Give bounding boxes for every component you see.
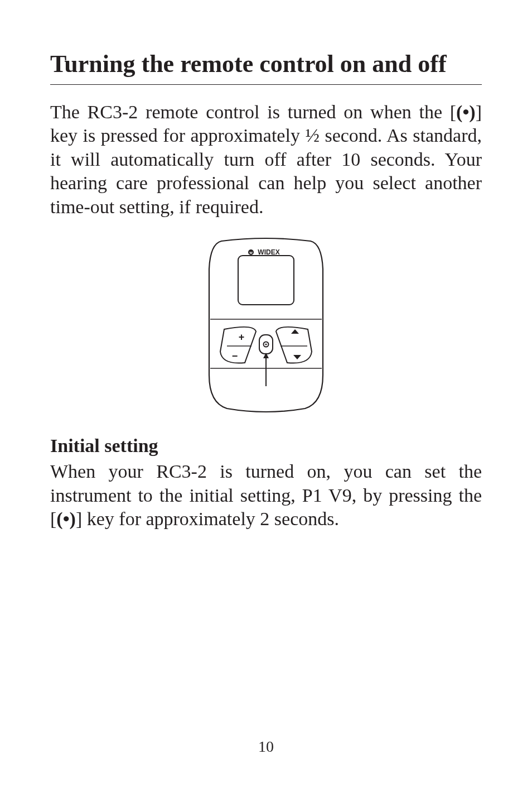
initial-setting-paragraph: When your RC3-2 is turned on, you can se…	[50, 460, 482, 531]
remote-svg: W WIDEX + −	[194, 236, 338, 414]
volume-plus-icon: +	[239, 331, 245, 343]
svg-rect-0	[238, 256, 294, 305]
para2-text-b: ] key for approximately 2 seconds.	[76, 508, 339, 529]
center-key-symbol-2: (•)	[56, 508, 76, 529]
brand-text: WIDEX	[258, 248, 279, 256]
program-up-icon	[291, 329, 299, 334]
callout-arrow-icon	[263, 353, 269, 386]
page-number: 10	[0, 738, 532, 756]
program-down-icon	[293, 355, 301, 359]
remote-illustration: W WIDEX + −	[50, 236, 482, 416]
svg-point-8	[265, 343, 267, 345]
volume-minus-icon: −	[232, 350, 238, 362]
para1-text-a: The RC3-2 remote control is turned on wh…	[50, 102, 456, 122]
brand-logo: W WIDEX	[248, 248, 280, 256]
volume-rocker[interactable]: + −	[220, 327, 256, 363]
center-key-symbol: (•)	[456, 102, 476, 122]
program-rocker[interactable]	[276, 327, 312, 363]
page-title: Turning the remote control on and off	[50, 50, 482, 79]
subheading-initial-setting: Initial setting	[50, 435, 482, 457]
title-rule	[50, 84, 482, 85]
svg-text:W: W	[249, 251, 253, 254]
center-key[interactable]	[259, 335, 273, 354]
intro-paragraph: The RC3-2 remote control is turned on wh…	[50, 100, 482, 219]
